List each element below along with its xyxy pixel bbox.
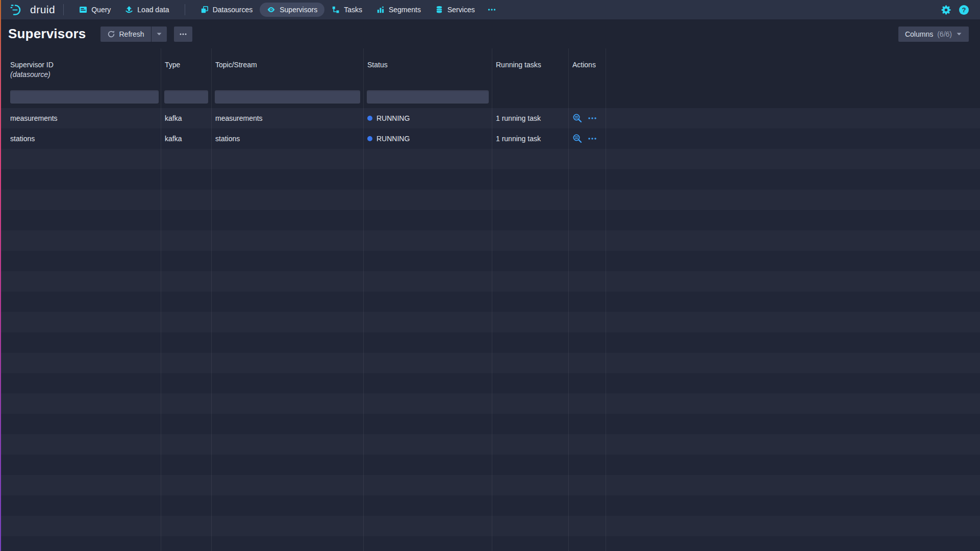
empty-cell [569,210,606,230]
supervisor-type: kafka [165,135,182,143]
status-text: RUNNING [376,114,410,122]
column-header-topic[interactable]: Topic/Stream [212,48,364,86]
empty-cell [492,230,569,251]
empty-cell [364,271,492,292]
empty-cell [161,149,212,169]
empty-cell [606,393,980,414]
empty-cell [606,373,980,393]
empty-cell [161,332,212,353]
columns-dropdown[interactable]: Columns (6/6) [898,27,969,42]
empty-cell [492,332,569,353]
page-title: Supervisors [8,26,86,42]
nav-more-button[interactable] [482,3,501,17]
filter-input-status[interactable] [367,90,489,103]
help-icon[interactable]: ? [959,5,969,15]
empty-cell [212,332,364,353]
filter-cell-topic [212,86,364,108]
settings-button[interactable] [940,4,951,15]
druid-logo[interactable]: druid [10,3,55,16]
empty-cell [364,434,492,455]
empty-row [0,149,980,169]
empty-cell [364,149,492,169]
empty-cell [569,516,606,536]
refresh-interval-caret[interactable] [152,27,167,42]
empty-cell [492,434,569,455]
empty-cell [0,149,161,169]
empty-cell [161,353,212,373]
row-more-button[interactable] [588,137,597,140]
empty-cell [569,414,606,434]
druid-logo-icon [10,3,26,16]
page-more-button[interactable] [174,27,192,42]
empty-cell [212,353,364,373]
column-header-pad [606,48,980,86]
supervisors-table: Supervisor ID(datasource)TypeTopic/Strea… [0,48,980,551]
empty-cell [569,353,606,373]
column-header-label: Type [165,61,207,69]
filter-input-type[interactable] [164,90,208,103]
top-nav: druid Query Load data Datasources Supe [0,0,980,19]
column-header-type[interactable]: Type [161,48,212,86]
filter-input-topic[interactable] [215,90,360,103]
supervisor-row: stationskafkastationsRUNNING1 running ta… [0,128,980,149]
tasks-icon [332,6,340,14]
column-header-id[interactable]: Supervisor ID(datasource) [0,48,161,86]
column-header-status[interactable]: Status [364,48,492,86]
empty-cell [212,536,364,551]
refresh-button[interactable]: Refresh [100,27,151,42]
empty-cell [606,271,980,292]
empty-cell [606,210,980,230]
empty-cell [161,434,212,455]
column-header-actions[interactable]: Actions [569,48,606,86]
cell-running-tasks: 1 running task [492,128,569,149]
empty-cell [161,536,212,551]
empty-cell [569,230,606,251]
empty-cell [364,312,492,332]
empty-row [0,292,980,312]
empty-cell [0,332,161,353]
segments-icon [376,6,385,14]
empty-cell [0,414,161,434]
empty-cell [492,312,569,332]
cell-status: RUNNING [364,108,492,128]
nav-item-query[interactable]: Query [72,3,118,17]
nav-item-services[interactable]: Services [428,3,482,17]
datasources-icon [200,6,209,14]
empty-cell [161,516,212,536]
nav-item-tasks[interactable]: Tasks [324,3,369,17]
status-running-dot [367,116,372,121]
empty-cell [161,312,212,332]
empty-cell [0,455,161,475]
column-header-sublabel: (datasource) [10,70,157,78]
column-header-label: Status [367,61,488,69]
cell-supervisor-id: measurements [0,108,161,128]
empty-cell [569,475,606,495]
empty-cell [606,169,980,190]
supervisors-eye-icon [267,6,275,14]
empty-row [0,434,980,455]
column-header-tasks[interactable]: Running tasks [492,48,569,86]
nav-divider [63,4,64,15]
empty-cell [212,251,364,271]
empty-cell [492,475,569,495]
cell-type: kafka [161,128,212,149]
empty-cell [161,271,212,292]
view-detail-button[interactable] [572,113,583,123]
row-more-button[interactable] [588,117,597,120]
filter-cell-id [0,86,161,108]
empty-cell [364,495,492,516]
nav-item-datasources[interactable]: Datasources [193,3,260,17]
filter-input-id[interactable] [10,90,159,103]
empty-cell [0,292,161,312]
nav-item-load-data[interactable]: Load data [118,3,176,17]
empty-cell [569,292,606,312]
nav-item-supervisors[interactable]: Supervisors [260,3,324,17]
empty-cell [212,190,364,210]
nav-item-segments[interactable]: Segments [369,3,428,17]
empty-cell [212,475,364,495]
empty-cell [212,210,364,230]
columns-count: (6/6) [937,30,952,38]
supervisor-topic: measurements [215,114,263,122]
filter-cell-status [364,86,492,108]
view-detail-button[interactable] [572,134,583,144]
